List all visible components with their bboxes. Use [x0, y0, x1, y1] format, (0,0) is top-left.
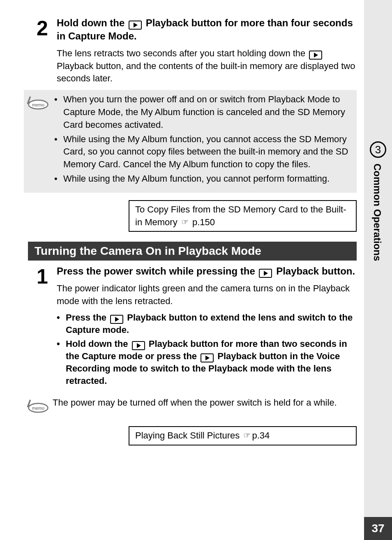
step-heading: Press the power switch while pressing th…: [57, 265, 357, 278]
memo-icon: memo: [24, 397, 53, 413]
text: p.34: [252, 430, 270, 441]
step-number: 2: [28, 18, 57, 39]
playback-icon: [201, 353, 214, 362]
manual-page: 37 3 Common Operations 2 Hold down the P…: [0, 0, 392, 540]
chapter-title: Common Operations: [371, 164, 383, 261]
step-paragraph: The lens retracts two seconds after you …: [57, 47, 357, 85]
cross-reference-box: To Copy Files from the SD Memory Card to…: [129, 200, 357, 232]
text: To Copy Files from the SD Memory Card to…: [135, 204, 346, 227]
pointer-icon: ☞: [243, 431, 251, 440]
memo-block: memo When you turn the power off and on …: [24, 90, 357, 193]
playback-icon: [129, 21, 142, 30]
step-2: 2 Hold down the Playback button for more…: [28, 16, 357, 89]
memo-item: While using the My Album function, you c…: [54, 173, 349, 185]
text: Playback button, and the contents of the…: [57, 61, 355, 84]
text: Hold down the: [57, 17, 127, 28]
step-heading: Hold down the Playback button for more t…: [57, 16, 357, 43]
memo-item: When you turn the power off and on or sw…: [54, 93, 349, 131]
chapter-number-badge: 3: [370, 141, 386, 158]
text: Hold down the: [66, 339, 131, 349]
page-content: 2 Hold down the Playback button for more…: [28, 16, 357, 455]
text: Press the power switch while pressing th…: [57, 265, 258, 277]
page-number-tab: 37: [364, 517, 392, 540]
text: Playing Back Still Pictures: [135, 430, 242, 441]
text: p.150: [190, 217, 215, 227]
bold-bullet-list: Press the Playback button to extend the …: [57, 312, 357, 387]
memo-block: memo The power may be turned off when th…: [24, 393, 357, 419]
svg-text:memo: memo: [32, 102, 44, 107]
memo-icon: memo: [24, 93, 53, 110]
text: The lens retracts two seconds after you …: [57, 48, 308, 58]
svg-text:memo: memo: [32, 406, 44, 411]
text: Playback button.: [276, 265, 355, 277]
memo-body: When you turn the power off and on or sw…: [53, 93, 349, 187]
memo-item: While using the My Album function, you c…: [54, 133, 349, 171]
side-strip: [364, 0, 392, 540]
playback-icon: [110, 315, 123, 324]
step-1: 1 Press the power switch while pressing …: [28, 265, 357, 392]
step-number: 1: [28, 266, 57, 287]
playback-icon: [259, 269, 272, 278]
playback-icon: [132, 341, 145, 350]
list-item: Press the Playback button to extend the …: [57, 312, 357, 336]
memo-body: The power may be turned off when the pow…: [53, 397, 349, 409]
list-item: Hold down the Playback button for more t…: [57, 338, 357, 387]
text: Press the: [66, 312, 109, 323]
section-header: Turning the Camera On in Playback Mode: [28, 242, 357, 261]
cross-reference-box: Playing Back Still Pictures ☞p.34: [129, 426, 357, 445]
pointer-icon: ☞: [181, 217, 189, 226]
playback-icon: [309, 51, 322, 60]
step-paragraph: The power indicator lights green and the…: [57, 282, 357, 308]
